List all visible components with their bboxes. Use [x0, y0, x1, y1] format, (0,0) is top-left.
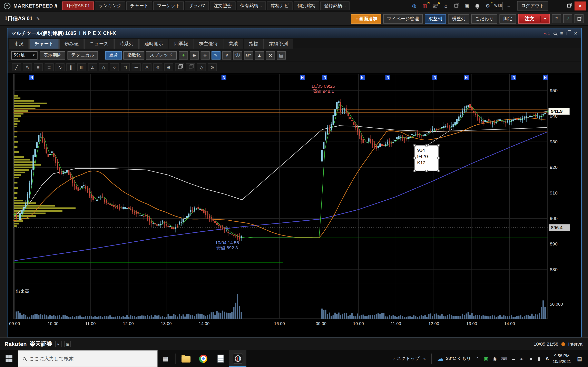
app-menu-tab[interactable]: 銘柄ナビ [267, 1, 293, 10]
tray-keyboard-icon[interactable]: ⌨ [501, 356, 507, 361]
normal-mode-button[interactable]: 通常 [105, 51, 122, 59]
network-icon[interactable]: ≋ [519, 356, 525, 361]
polygon-tool[interactable]: ⌂ [99, 63, 108, 71]
action-center-icon[interactable]: ▤ [575, 356, 584, 361]
window-tab-業績[interactable]: 業績 [223, 39, 243, 49]
order-button[interactable]: 注文 ▼ [518, 14, 550, 24]
grid-lines-tool[interactable]: ≣ [45, 63, 54, 71]
notepad-icon[interactable] [212, 350, 229, 367]
app-menu-tab[interactable]: 1日信AS 01 [62, 1, 94, 10]
order-dropdown-icon[interactable]: ▼ [540, 16, 549, 22]
help-button[interactable]: ? [552, 14, 561, 23]
file-explorer-icon[interactable] [177, 350, 195, 367]
desktop-toolbar-label[interactable]: デスクトップ [392, 355, 420, 362]
toolbar-chevrons-icon[interactable]: » [424, 356, 426, 361]
marketspeed-app-icon[interactable]: ◍ [410, 2, 419, 10]
ellipse-tool[interactable]: ○ [110, 63, 119, 71]
chrome-icon[interactable] [195, 350, 212, 367]
task-view-button[interactable]: ▦ [157, 350, 173, 367]
taskbar-clock[interactable]: 9:58 PM 10/5/2021 [553, 353, 571, 364]
trendline-tool[interactable]: ╱ [12, 63, 21, 71]
horizontal-lines-tool[interactable]: ≡ [34, 63, 43, 71]
link-group-icon[interactable]: ∞1 [544, 31, 550, 36]
selection-handle[interactable] [438, 144, 439, 146]
volume-icon[interactable]: ◄ [528, 356, 533, 361]
notification-bell-icon[interactable] [473, 2, 482, 10]
minimize-icon[interactable]: ─ [552, 1, 563, 10]
window-tab-四季報[interactable]: 四季報 [169, 39, 193, 49]
tray-expand-icon[interactable]: ⌃ [475, 356, 480, 361]
onedrive-icon[interactable]: ☁ [511, 356, 516, 361]
close-window-icon[interactable]: ✕ [574, 31, 577, 36]
clear-all-tool[interactable]: ⊘ [208, 63, 217, 71]
vertical-lines-tool[interactable]: |||| [77, 63, 86, 71]
chart-area[interactable]: 95094093092091090089088009:0010:0011:001… [8, 73, 581, 337]
selection-handle[interactable] [426, 170, 428, 172]
vertical-align-button[interactable]: 縦整列 [425, 14, 446, 24]
my-chart-icon[interactable]: MY [244, 51, 253, 59]
window-tab-業績予測[interactable]: 業績予測 [264, 39, 293, 49]
window-tab-指標[interactable]: 指標 [243, 39, 263, 49]
wave-tool[interactable]: ∿ [56, 63, 65, 71]
hamburger-menu-icon[interactable]: ≡ [504, 2, 513, 10]
eraser-tool[interactable]: ◇ [197, 63, 206, 71]
start-button[interactable] [0, 350, 18, 367]
weather-widget[interactable]: ☁ 23°C くもり [437, 355, 471, 363]
edit-page-icon[interactable]: ✎ [36, 16, 40, 21]
app-menu-tab[interactable]: 登録銘柄... [320, 1, 350, 10]
horizontal-line-tool[interactable]: ─ [132, 63, 141, 71]
technical-button[interactable]: テクニカル [68, 51, 98, 59]
battery-icon[interactable]: ▮ [536, 356, 542, 361]
draw-pencil-icon[interactable]: ✎ [212, 51, 221, 59]
selection-handle[interactable] [414, 170, 415, 172]
tray-app-green-icon[interactable]: ▣ [484, 356, 489, 361]
selection-handle[interactable] [426, 144, 428, 146]
freehand-tool[interactable]: ✎ [23, 63, 32, 71]
expand-panel-icon[interactable]: ▸ [55, 341, 61, 347]
angle-tool[interactable]: ∠ [88, 63, 97, 71]
window-tab-株主優待[interactable]: 株主優待 [194, 39, 223, 49]
home-icon[interactable]: ⌂ [441, 2, 450, 10]
search-input[interactable]: ここに入力して検索 [18, 350, 157, 367]
icon-stamp-tool[interactable]: ☺ [153, 63, 162, 71]
print-icon[interactable]: ▤ [277, 51, 286, 59]
app-menu-tab[interactable]: ザラバ7 [185, 1, 209, 10]
selection-handle[interactable] [438, 157, 439, 159]
maximize-icon[interactable] [563, 1, 575, 10]
indexed-mode-button[interactable]: 指数化 [123, 51, 145, 59]
symbol-search-icon[interactable] [553, 32, 557, 35]
display-period-button[interactable]: 表示期間 [40, 51, 65, 59]
rectangle-tool[interactable]: □ [121, 63, 130, 71]
window-tab-チャート[interactable]: チャート [29, 39, 59, 49]
window-tab-ニュース[interactable]: ニュース [84, 39, 114, 49]
kodawari-button[interactable]: こだわり [471, 14, 497, 24]
parallel-lines-tool[interactable]: ∥ [66, 63, 75, 71]
add-screen-button[interactable]: ＋画面追加 [351, 14, 381, 24]
info-icon[interactable]: ⓘ [233, 51, 242, 59]
horizontal-align-button[interactable]: 横整列 [448, 14, 469, 24]
window-tab-時系列[interactable]: 時系列 [114, 39, 139, 49]
text-tool[interactable]: A [143, 63, 151, 71]
panel-layout-icon[interactable]: ▣ [65, 341, 71, 347]
marketspeed-taskbar-icon[interactable] [229, 350, 246, 367]
duplicate-window-icon[interactable] [567, 32, 570, 35]
candlestick-chart[interactable]: 95094093092091090089088009:0010:0011:001… [8, 73, 581, 337]
window-tab-適時開示[interactable]: 適時開示 [139, 39, 168, 49]
spread-mode-button[interactable]: スプレッド [146, 51, 177, 59]
news-chart-icon[interactable]: ▥N [420, 2, 429, 10]
area-chart-icon[interactable]: ▲ [255, 51, 264, 59]
app-menu-tab[interactable]: マーケット [153, 1, 184, 10]
window-tab-歩み値[interactable]: 歩み値 [59, 39, 84, 49]
mypage-manage-button[interactable]: マイページ管理 [383, 14, 423, 24]
popout-icon[interactable]: ↗ [563, 14, 572, 23]
pin-tool[interactable]: ⊕ [164, 63, 173, 71]
window-tab-市況[interactable]: 市況 [9, 39, 29, 49]
period-select[interactable]: 5分足 ▼ [11, 51, 38, 59]
add-window-icon[interactable] [452, 2, 461, 10]
settings-gear-icon[interactable]: ⚙+ [483, 2, 492, 10]
app-menu-tab[interactable]: ランキング [95, 1, 125, 10]
add-chart-icon[interactable]: ＋ [179, 51, 188, 59]
zoom-out-icon[interactable]: ⊖ [200, 51, 209, 59]
app-menu-tab[interactable]: 保有銘柄... [236, 1, 266, 10]
zoom-in-icon[interactable]: ⊕ [190, 51, 199, 59]
